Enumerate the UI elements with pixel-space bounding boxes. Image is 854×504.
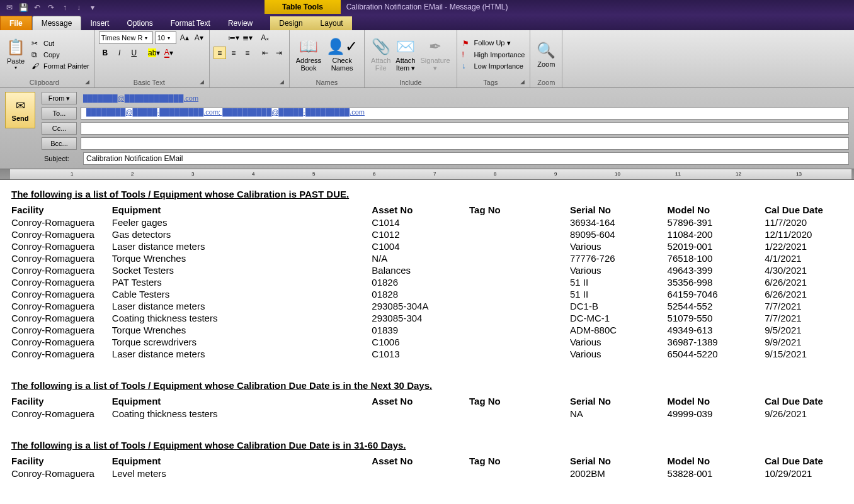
tab-message[interactable]: Message [32,16,82,30]
next-icon[interactable]: ↓ [73,2,84,13]
basic-text-launcher[interactable]: ◢ [200,79,204,85]
zoom-icon: 🔍 [537,42,555,59]
cell-equipment: Socket Testers [112,264,372,276]
group-zoom: 🔍Zoom Zoom [530,30,562,87]
to-button[interactable]: To... [42,107,77,120]
cell-model: 65044-5220 [668,348,765,360]
cell-serial: 51 II [570,276,668,288]
cc-input[interactable] [81,122,849,135]
shrink-font-button[interactable]: A▾ [193,31,205,44]
font-dropdown[interactable]: Times New R▾ [99,31,153,44]
check-names-button[interactable]: 👤✓Check Names [324,36,360,73]
cell-asset: 293085-304A [372,300,469,312]
tags-launcher[interactable]: ◢ [520,79,525,85]
cell-asset: Balances [372,264,469,276]
send-button[interactable]: ✉ Send [5,92,35,128]
low-importance-button[interactable]: ↓Low Importance [461,61,527,71]
tab-layout[interactable]: Layout [312,16,352,30]
underline-button[interactable]: U [128,47,140,59]
cell-asset: C1012 [372,228,469,240]
table-row: Conroy-RomagueraCoating thickness tester… [11,408,843,420]
paste-button[interactable]: 📋 Paste ▾ [4,37,28,72]
numbering-button[interactable]: ≣▾ [241,31,254,44]
undo-icon[interactable]: ↶ [31,2,43,13]
check-names-icon: 👤✓ [326,38,358,55]
font-color-button[interactable]: A▾ [162,47,175,59]
cell-model: 35356-998 [668,276,765,288]
font-size-dropdown[interactable]: 10▾ [155,31,176,44]
highlight-button[interactable]: ab▾ [148,47,161,59]
copy-button[interactable]: ⧉Copy [30,50,91,60]
cell-facility: Conroy-Romaguera [11,240,112,252]
paperclip-icon: 📎 [372,38,390,55]
signature-button[interactable]: ✒Signature ▾ [418,36,452,73]
cut-button[interactable]: ✂Cut [30,38,91,48]
bcc-input[interactable] [81,137,849,150]
tab-file[interactable]: File [0,16,32,30]
attach-item-button[interactable]: ✉️Attach Item ▾ [393,36,418,73]
qat-more-icon[interactable]: ▾ [87,2,98,13]
ribbon-tabs: File Message Insert Options Format Text … [0,15,854,30]
to-input[interactable]: ████████@█████-█████████.com; ██████████… [81,107,849,120]
table-row: Conroy-RomagueraLaser distance metersC10… [11,348,843,360]
align-left-button[interactable]: ≡ [214,47,226,59]
redo-icon[interactable]: ↷ [45,2,57,13]
align-center-button[interactable]: ≡ [227,47,240,59]
italic-button[interactable]: I [113,47,126,59]
tab-options[interactable]: Options [118,16,161,30]
message-header: ✉ Send From ▾ ███████@████████████.com T… [0,88,854,169]
cell-facility: Conroy-Romaguera [11,216,112,228]
save-icon[interactable]: 💾 [18,2,29,13]
group-tags: ⚑Follow Up ▾ !High Importance ↓Low Impor… [457,30,531,87]
cell-model: 49999-039 [668,408,765,420]
follow-up-button[interactable]: ⚑Follow Up ▾ [461,38,527,48]
align-right-button[interactable]: ≡ [241,47,254,59]
cell-tag [469,252,570,264]
tab-insert[interactable]: Insert [81,16,118,30]
clear-formatting-button[interactable]: Aₓ [259,31,271,44]
tab-design[interactable]: Design [270,16,311,30]
cell-model: 64159-7046 [668,288,765,300]
cell-model: 76518-100 [668,252,765,264]
document-body[interactable]: The following is a list of Tools / Equip… [0,180,854,496]
cell-serial: 2002BM [570,468,668,479]
subject-input[interactable] [83,152,849,165]
ruler[interactable]: 12345678910111213 [0,169,854,180]
paragraph-launcher[interactable]: ◢ [280,79,284,85]
cell-tag [469,240,570,252]
tab-format-text[interactable]: Format Text [162,16,219,30]
from-button[interactable]: From ▾ [42,92,77,104]
cell-due: 9/26/2021 [765,408,843,420]
send-icon: ✉ [16,99,25,113]
cc-button[interactable]: Cc... [42,122,77,135]
cell-facility: Conroy-Romaguera [11,324,112,336]
cell-serial: 36934-164 [570,216,668,228]
bcc-button[interactable]: Bcc... [42,137,77,150]
bullets-button[interactable]: ≔▾ [227,31,240,44]
grow-font-button[interactable]: A▴ [178,31,191,44]
attach-file-button[interactable]: 📎Attach File [368,36,393,73]
high-importance-button[interactable]: !High Importance [461,50,527,60]
cell-equipment: Torque Wrenches [112,324,372,336]
clipboard-launcher[interactable]: ◢ [85,79,89,85]
table-row: Conroy-RomagueraPAT Testers0182651 II353… [11,276,843,288]
cell-due: 9/15/2021 [765,348,843,360]
tab-review[interactable]: Review [219,16,261,30]
cell-tag [469,264,570,276]
decrease-indent-button[interactable]: ⇤ [259,47,271,59]
cut-icon: ✂ [31,39,42,48]
bold-button[interactable]: B [99,47,111,59]
table-row: Conroy-RomagueraTorque WrenchesN/A77776-… [11,252,843,264]
table-past-due: Facility Equipment Asset No Tag No Seria… [11,203,843,360]
prev-icon[interactable]: ↑ [59,2,71,13]
cell-due: 1/22/2021 [765,240,843,252]
contextual-tab-title: Table Tools [265,0,341,14]
increase-indent-button[interactable]: ⇥ [273,47,285,59]
cell-facility: Conroy-Romaguera [11,264,112,276]
address-book-button[interactable]: 📖Address Book [293,36,324,73]
cell-model: 52544-552 [668,300,765,312]
cell-serial: Various [570,336,668,348]
format-painter-button[interactable]: 🖌Format Painter [30,61,91,71]
cell-facility: Conroy-Romaguera [11,288,112,300]
zoom-button[interactable]: 🔍Zoom [534,40,558,69]
